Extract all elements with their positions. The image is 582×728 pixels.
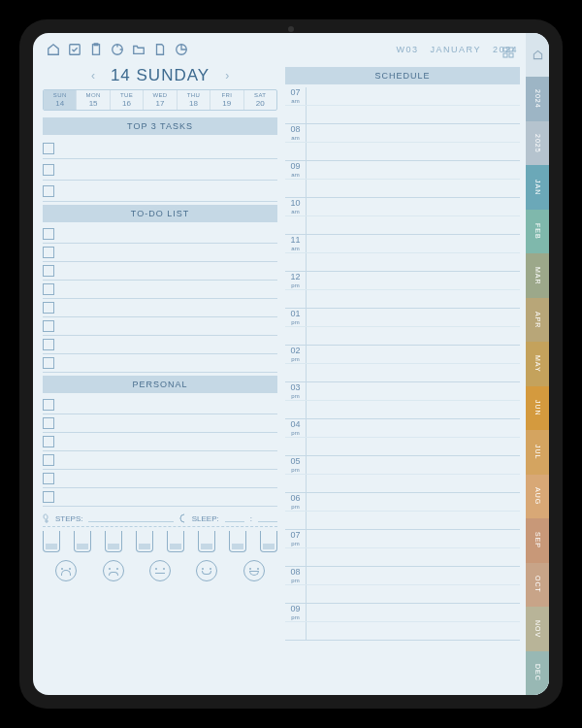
schedule-row[interactable]: [285, 585, 520, 604]
checkbox[interactable]: [43, 320, 54, 332]
mood-face[interactable]: [103, 560, 124, 581]
water-glass[interactable]: [74, 531, 91, 552]
checkbox[interactable]: [43, 473, 54, 484]
checkbox[interactable]: [43, 417, 54, 429]
schedule-row[interactable]: 11am: [285, 235, 520, 253]
schedule-row[interactable]: [285, 548, 520, 567]
next-day[interactable]: ›: [225, 69, 229, 83]
checkbox[interactable]: [43, 164, 54, 176]
checklist-row[interactable]: [43, 181, 277, 202]
week-day[interactable]: FRI19: [210, 90, 243, 110]
schedule-row[interactable]: [285, 364, 520, 382]
folder-icon[interactable]: [132, 43, 146, 60]
week-day[interactable]: MON15: [77, 90, 110, 110]
checkbox[interactable]: [43, 339, 54, 350]
schedule-row[interactable]: 06pm: [285, 493, 520, 512]
schedule-row[interactable]: 09am: [285, 161, 520, 180]
water-glass[interactable]: [260, 531, 277, 552]
schedule-row[interactable]: [285, 216, 520, 235]
schedule-row[interactable]: [285, 290, 520, 309]
water-glass[interactable]: [229, 531, 246, 552]
checkbox[interactable]: [43, 399, 54, 411]
water-glass[interactable]: [105, 531, 122, 552]
checklist-row[interactable]: [43, 433, 277, 451]
schedule-row[interactable]: 12pm: [285, 272, 520, 290]
schedule-row[interactable]: [285, 401, 520, 419]
schedule-row[interactable]: [285, 106, 520, 124]
checklist-row[interactable]: [43, 225, 277, 244]
schedule-row[interactable]: [285, 180, 520, 198]
tab-mar[interactable]: MAR: [526, 253, 549, 297]
tab-home[interactable]: [526, 33, 549, 77]
checkbox[interactable]: [43, 436, 54, 447]
schedule-row[interactable]: 05pm: [285, 456, 520, 475]
clipboard-icon[interactable]: [89, 43, 103, 60]
checkbox[interactable]: [43, 143, 54, 154]
checkbox[interactable]: [43, 228, 54, 240]
schedule-row[interactable]: [285, 143, 520, 161]
tab-feb[interactable]: FEB: [526, 210, 549, 253]
checklist-row[interactable]: [43, 281, 277, 299]
checklist-row[interactable]: [43, 138, 277, 159]
checklist-row[interactable]: [43, 299, 277, 317]
checkbox[interactable]: [43, 357, 54, 369]
week-day[interactable]: SAT20: [244, 90, 276, 110]
schedule-row[interactable]: 10am: [285, 198, 520, 216]
tab-jul[interactable]: JUL: [526, 430, 549, 474]
checklist-row[interactable]: [43, 317, 277, 336]
home-icon[interactable]: [47, 43, 60, 60]
schedule-row[interactable]: [285, 622, 520, 641]
schedule-row[interactable]: 03pm: [285, 382, 520, 401]
water-tracker[interactable]: [43, 527, 277, 556]
prev-day[interactable]: ‹: [91, 69, 95, 83]
schedule-row[interactable]: 07pm: [285, 530, 520, 548]
water-glass[interactable]: [136, 531, 153, 552]
schedule-row[interactable]: 07am: [285, 87, 520, 106]
target-icon[interactable]: [111, 43, 124, 60]
schedule-row[interactable]: [285, 475, 520, 493]
checkbox[interactable]: [43, 185, 54, 197]
week-day[interactable]: WED17: [144, 90, 177, 110]
week-day[interactable]: SUN14: [44, 90, 77, 110]
mood-tracker[interactable]: [43, 556, 277, 581]
tab-oct[interactable]: OCT: [526, 563, 549, 607]
tab-nov[interactable]: NOV: [526, 607, 549, 650]
checklist-row[interactable]: [43, 336, 277, 354]
checklist-row[interactable]: [43, 451, 277, 470]
checklist-row[interactable]: [43, 244, 277, 262]
mood-face[interactable]: [149, 560, 171, 581]
checklist-row[interactable]: [43, 159, 277, 181]
week-day[interactable]: TUE16: [111, 90, 144, 110]
schedule-row[interactable]: [285, 512, 520, 530]
tab-jan[interactable]: JAN: [526, 165, 549, 209]
tab-aug[interactable]: AUG: [526, 475, 549, 518]
mood-face[interactable]: [55, 560, 77, 581]
check-icon[interactable]: [68, 43, 81, 60]
month-name[interactable]: JANUARY: [431, 45, 481, 54]
water-glass[interactable]: [167, 531, 184, 552]
tab-dec[interactable]: DEC: [526, 651, 549, 695]
schedule-row[interactable]: 01pm: [285, 309, 520, 327]
checklist-row[interactable]: [43, 414, 277, 433]
week-number[interactable]: W03: [397, 45, 419, 54]
checklist-row[interactable]: [43, 488, 277, 507]
schedule-row[interactable]: 09pm: [285, 604, 520, 622]
checkbox[interactable]: [43, 265, 54, 277]
water-glass[interactable]: [198, 531, 215, 552]
week-day[interactable]: THU18: [178, 90, 210, 110]
checklist-row[interactable]: [43, 470, 277, 488]
schedule-row[interactable]: [285, 438, 520, 456]
tab-apr[interactable]: APR: [526, 298, 549, 342]
schedule-row[interactable]: [285, 253, 520, 272]
checklist-row[interactable]: [43, 262, 277, 281]
tab-2024[interactable]: 2024: [526, 77, 549, 120]
checkbox[interactable]: [43, 283, 54, 295]
schedule-row[interactable]: 02pm: [285, 346, 520, 364]
checklist-row[interactable]: [43, 396, 277, 414]
note-icon[interactable]: [153, 43, 167, 60]
tab-2025[interactable]: 2025: [526, 121, 549, 165]
mood-face[interactable]: [243, 560, 265, 581]
checkbox[interactable]: [43, 454, 54, 466]
checkbox[interactable]: [43, 302, 54, 314]
schedule-row[interactable]: 08am: [285, 124, 520, 143]
